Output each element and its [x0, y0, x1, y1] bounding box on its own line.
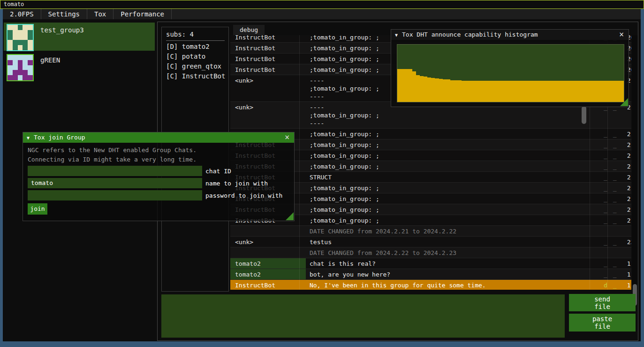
- tab-debug[interactable]: debug: [233, 25, 265, 35]
- histogram-bar: [593, 81, 597, 102]
- subs-header: subs: 4: [166, 31, 228, 38]
- message-time: [621, 226, 631, 236]
- message-text: testus: [306, 237, 602, 247]
- collapse-arrow-icon[interactable]: ▼: [395, 32, 398, 38]
- paste-file-button[interactable]: paste file: [569, 314, 636, 332]
- message-author: InstructBot: [230, 35, 306, 42]
- column-separator: [299, 35, 300, 290]
- join-input-chat-ID[interactable]: [28, 166, 202, 176]
- message-status: _ _: [602, 237, 621, 247]
- histogram-bar: [601, 81, 605, 102]
- message-row: tomato2bot, are you new here?_ _11:14: [230, 269, 631, 280]
- histogram-bar: [556, 81, 560, 102]
- histogram-bar: [510, 81, 514, 102]
- histogram-bar: [590, 81, 593, 102]
- histogram-bar: [582, 81, 586, 102]
- message-author: [230, 226, 306, 236]
- histogram-bar: [405, 69, 409, 102]
- menu-bar: 2.0FPSSettingsToxPerformance: [3, 9, 641, 19]
- subs-list: [D] tomato2[C] potato[C] green_qtox[C] I…: [162, 43, 228, 80]
- histogram-bar: [560, 81, 563, 102]
- message-author: [230, 247, 306, 258]
- message-time: 21:02: [621, 215, 631, 225]
- histogram-bar: [416, 75, 420, 102]
- collapse-arrow-icon[interactable]: ▼: [27, 135, 30, 140]
- join-input-password-to-join-with[interactable]: [28, 190, 202, 200]
- message-time: 21:00: [621, 139, 631, 150]
- message-time: 21:01: [621, 183, 631, 193]
- send-file-button[interactable]: send file: [569, 294, 636, 311]
- message-time: 21:00: [621, 150, 631, 161]
- group-item-test_group3[interactable]: test_group3: [4, 23, 155, 51]
- messages-scrollbar-track[interactable]: [632, 35, 638, 290]
- date-changed-row: DATE CHANGED from 2024.2.21 to 2024.2.22: [230, 226, 631, 237]
- histogram-bar: [401, 69, 405, 102]
- menu-item-settings[interactable]: Settings: [41, 9, 87, 19]
- window-titlebar: tomato: [0, 0, 644, 9]
- histogram-bar: [545, 81, 548, 102]
- histogram-titlebar[interactable]: ▼Tox DHT announce capability histogram ×: [391, 30, 629, 40]
- message-author: <unk>: [230, 102, 306, 128]
- subs-member[interactable]: [C] InstructBot: [166, 72, 228, 80]
- message-text: No, I've been in this group for quite so…: [306, 280, 602, 290]
- histogram-bar: [514, 81, 518, 102]
- message-text: ;tomato_in_group: ;: [306, 193, 602, 204]
- histogram-bar: [424, 77, 427, 102]
- group-name: gREEN: [40, 56, 60, 81]
- histogram-bar: [522, 81, 526, 102]
- subs-separator: [166, 40, 225, 41]
- histogram-bar: [571, 81, 575, 102]
- join-group-titlebar[interactable]: ▼Tox join Group ×: [23, 132, 294, 143]
- group-avatar: [7, 24, 34, 51]
- histogram-bar: [586, 81, 590, 102]
- join-info-line: NGC refers to the New DHT enabled Group …: [28, 146, 294, 155]
- histogram-bar: [609, 81, 613, 102]
- histogram-bar: [480, 81, 484, 102]
- join-input-name-to-join-with[interactable]: tomato: [28, 178, 202, 188]
- menu-item-performance[interactable]: Performance: [114, 9, 172, 19]
- close-icon[interactable]: ×: [617, 30, 626, 40]
- message-row: InstructBotNo, I've been in this group f…: [230, 280, 631, 290]
- message-row: tomato2chat is this real?_ _11:09: [230, 258, 631, 269]
- histogram-bar: [465, 81, 469, 102]
- resize-grip[interactable]: [620, 98, 628, 106]
- subs-member[interactable]: [C] potato: [166, 53, 228, 60]
- join-info-line: Connecting via ID might take a very long…: [28, 155, 294, 164]
- resize-grip[interactable]: [286, 212, 294, 220]
- message-time: [621, 247, 631, 258]
- log-scrollbar-handle[interactable]: [582, 106, 586, 124]
- subs-member[interactable]: [C] green_qtox: [166, 62, 228, 70]
- close-icon[interactable]: ×: [283, 132, 291, 143]
- message-author: InstructBot: [230, 64, 306, 75]
- histogram-bar: [567, 81, 571, 102]
- frame-bottom: [0, 341, 644, 347]
- message-text: ;tomato_in_group: ;: [306, 204, 602, 215]
- join-field-row: password to join with: [28, 190, 282, 200]
- join-group-window: ▼Tox join Group × NGC refers to the New …: [23, 132, 295, 221]
- group-item-gREEN[interactable]: gREEN: [4, 53, 155, 81]
- subs-member[interactable]: [D] tomato2: [166, 43, 228, 50]
- message-text: chat is this real?: [306, 258, 602, 269]
- join-field-label: name to join with: [205, 180, 268, 187]
- message-status: d _: [602, 280, 621, 290]
- histogram-bar: [507, 81, 510, 102]
- message-time: 11:09: [621, 258, 631, 269]
- histogram-bar: [552, 81, 556, 102]
- histogram-bar: [492, 81, 495, 102]
- message-status: _ _: [602, 161, 621, 171]
- message-status: _ _: [602, 172, 621, 182]
- join-button[interactable]: join: [28, 203, 47, 215]
- histogram-plot: [397, 44, 624, 102]
- message-status: [602, 226, 621, 236]
- histogram-bar: [439, 79, 443, 102]
- message-text: DATE CHANGED from 2024.2.22 to 2024.2.23: [306, 247, 602, 258]
- histogram-bar: [537, 81, 541, 102]
- message-time: 21:00: [621, 129, 631, 139]
- histogram-bar: [488, 81, 492, 102]
- menu-item-tox[interactable]: Tox: [87, 9, 114, 19]
- histogram-bar: [526, 81, 530, 102]
- message-input[interactable]: [161, 294, 565, 338]
- histogram-bar: [518, 81, 522, 102]
- message-status: _ _: [602, 204, 621, 215]
- histogram-bar: [450, 80, 454, 102]
